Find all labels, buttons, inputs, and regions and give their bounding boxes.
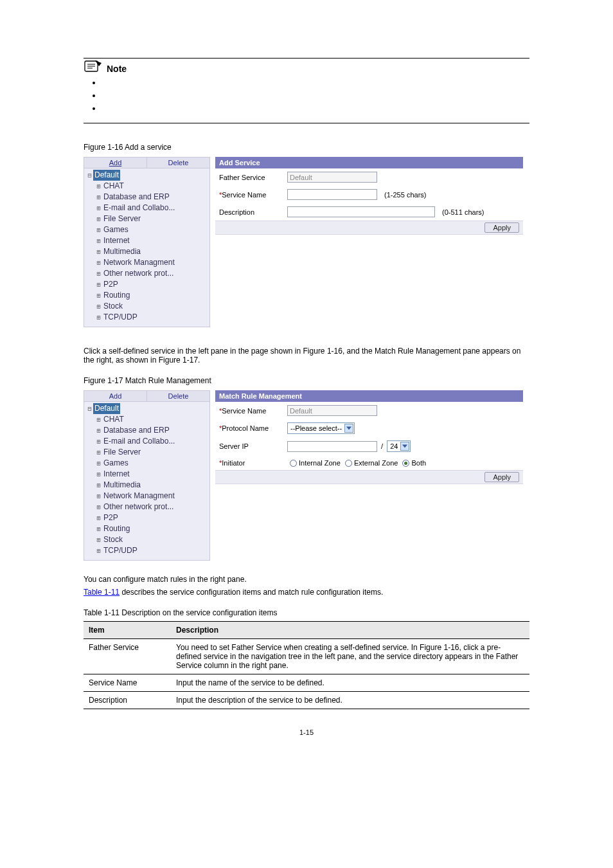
tree-node[interactable]: ⊞Routing: [86, 290, 209, 301]
note-icon: [84, 59, 103, 74]
description-field[interactable]: [287, 206, 435, 217]
tree-node[interactable]: ⊞Network Managment: [86, 257, 209, 268]
tree-node[interactable]: ⊞Games: [86, 224, 209, 235]
tree-node[interactable]: ⊞Routing: [86, 523, 209, 534]
add-service-form: Add Service Father Service *Service Name…: [215, 157, 523, 327]
tree-node[interactable]: ⊞File Server: [86, 213, 209, 224]
note-header: Note: [84, 59, 529, 74]
body-paragraph: Click a self-defined service in the left…: [84, 347, 529, 365]
apply-button[interactable]: Apply: [484, 222, 519, 233]
expand-icon[interactable]: ⊞: [95, 414, 102, 425]
expand-icon[interactable]: ⊞: [95, 447, 102, 458]
tree-node[interactable]: ⊞CHAT: [86, 181, 209, 192]
delete-button[interactable]: Delete: [147, 158, 209, 168]
tree-root[interactable]: ⊟Default: [86, 170, 209, 181]
radio-external-zone[interactable]: [345, 460, 352, 467]
description-hint: (0-511 chars): [442, 208, 484, 216]
tree-node[interactable]: ⊞Multimedia: [86, 480, 209, 491]
service-name-field[interactable]: [287, 405, 377, 416]
ip-mask-select[interactable]: 24: [387, 440, 411, 452]
radio-internal-zone[interactable]: [290, 460, 297, 467]
protocol-name-select[interactable]: --Please select--: [287, 422, 355, 434]
add-button[interactable]: Add: [84, 391, 147, 401]
page-number: 1-15: [0, 728, 613, 736]
tree-node[interactable]: ⊞TCP/UDP: [86, 545, 209, 556]
tree-node[interactable]: ⊞Internet: [86, 235, 209, 246]
tree-node[interactable]: ⊞P2P: [86, 512, 209, 523]
tree-node[interactable]: ⊞Multimedia: [86, 246, 209, 257]
match-rule-form: Match Rule Management *Service Name *Pro…: [215, 390, 523, 561]
expand-icon[interactable]: ⊞: [95, 203, 102, 213]
collapse-icon[interactable]: ⊟: [86, 170, 93, 181]
tree-node[interactable]: ⊞Stock: [86, 301, 209, 312]
tree-node[interactable]: ⊞File Server: [86, 447, 209, 458]
tree-node[interactable]: ⊞Network Managment: [86, 491, 209, 502]
body-paragraph: You can configure match rules in the rig…: [84, 575, 529, 584]
table-11: Item Description Father Service You need…: [84, 621, 529, 709]
tree-root[interactable]: ⊟Default: [86, 403, 209, 414]
apply-button[interactable]: Apply: [484, 472, 519, 482]
collapse-icon[interactable]: ⊟: [86, 403, 93, 414]
expand-icon[interactable]: ⊞: [95, 436, 102, 447]
table-row: Father Service You need to set Father Se…: [84, 639, 529, 674]
col-header-item: Item: [84, 622, 171, 639]
expand-icon[interactable]: ⊞: [95, 491, 102, 502]
expand-icon[interactable]: ⊞: [95, 469, 102, 480]
expand-icon[interactable]: ⊞: [95, 290, 102, 301]
tree-node[interactable]: ⊞Games: [86, 458, 209, 469]
expand-icon[interactable]: ⊞: [95, 425, 102, 436]
expand-icon[interactable]: ⊞: [95, 480, 102, 491]
server-ip-label: Server IP: [215, 437, 283, 455]
tree-node[interactable]: ⊞Internet: [86, 469, 209, 480]
service-name-label: Service Name: [222, 407, 266, 415]
tree-node[interactable]: ⊞E-mail and Collabo...: [86, 203, 209, 213]
expand-icon[interactable]: ⊞: [95, 181, 102, 192]
service-tree[interactable]: ⊟Default ⊞CHAT ⊞Database and ERP ⊞E-mail…: [84, 402, 209, 560]
note-bullets: [102, 78, 529, 116]
delete-button[interactable]: Delete: [147, 391, 209, 401]
expand-icon[interactable]: ⊞: [95, 192, 102, 203]
table-row: Service Name Input the name of the servi…: [84, 674, 529, 692]
service-tree[interactable]: ⊟Default ⊞CHAT ⊞Database and ERP ⊞E-mail…: [84, 168, 209, 327]
expand-icon[interactable]: ⊞: [95, 502, 102, 512]
father-service-field[interactable]: [287, 172, 377, 183]
server-ip-field[interactable]: [287, 441, 377, 452]
tree-node[interactable]: ⊞Other network prot...: [86, 502, 209, 512]
tree-node[interactable]: ⊞Stock: [86, 534, 209, 545]
table-ref-link[interactable]: Table 1-11: [84, 588, 120, 597]
figure-16-panel: Add Delete ⊟Default ⊞CHAT ⊞Database and …: [84, 157, 523, 327]
expand-icon[interactable]: ⊞: [95, 512, 102, 523]
figure-16-caption: Figure 1-16 Add a service: [84, 143, 529, 152]
figure-17-panel: Add Delete ⊟Default ⊞CHAT ⊞Database and …: [84, 390, 523, 561]
expand-icon[interactable]: ⊞: [95, 312, 102, 323]
expand-icon[interactable]: ⊞: [95, 235, 102, 246]
expand-icon[interactable]: ⊞: [95, 279, 102, 290]
bullet-item: [102, 78, 529, 91]
expand-icon[interactable]: ⊞: [95, 213, 102, 224]
expand-icon[interactable]: ⊞: [95, 257, 102, 268]
expand-icon[interactable]: ⊞: [95, 224, 102, 235]
tree-node[interactable]: ⊞Database and ERP: [86, 192, 209, 203]
radio-both[interactable]: [402, 460, 409, 467]
table-11-caption: Table 1-11 Description on the service co…: [84, 608, 529, 617]
form-title: Match Rule Management: [215, 390, 523, 402]
tree-node[interactable]: ⊞Other network prot...: [86, 268, 209, 279]
bullet-item: [102, 104, 529, 116]
expand-icon[interactable]: ⊞: [95, 246, 102, 257]
tree-node[interactable]: ⊞E-mail and Collabo...: [86, 436, 209, 447]
tree-node[interactable]: ⊞CHAT: [86, 414, 209, 425]
tree-node[interactable]: ⊞Database and ERP: [86, 425, 209, 436]
protocol-name-label: Protocol Name: [222, 424, 269, 432]
add-button[interactable]: Add: [84, 158, 147, 168]
expand-icon[interactable]: ⊞: [95, 523, 102, 534]
expand-icon[interactable]: ⊞: [95, 301, 102, 312]
tree-node[interactable]: ⊞P2P: [86, 279, 209, 290]
expand-icon[interactable]: ⊞: [95, 458, 102, 469]
service-name-field[interactable]: [287, 189, 377, 200]
form-title: Add Service: [215, 157, 523, 168]
expand-icon[interactable]: ⊞: [95, 268, 102, 279]
expand-icon[interactable]: ⊞: [95, 534, 102, 545]
chevron-down-icon: [400, 442, 409, 451]
tree-node[interactable]: ⊞TCP/UDP: [86, 312, 209, 323]
expand-icon[interactable]: ⊞: [95, 545, 102, 556]
